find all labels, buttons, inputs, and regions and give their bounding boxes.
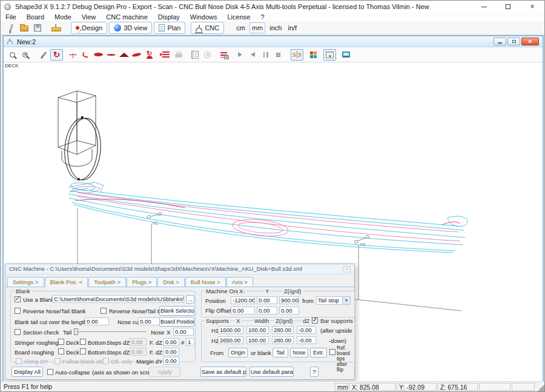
slab-view-button[interactable]: [130, 49, 143, 61]
fullscreen-button[interactable]: [340, 49, 352, 61]
play-button[interactable]: [234, 49, 246, 61]
menu-windows[interactable]: Windows: [190, 13, 217, 21]
tail-button[interactable]: Tail: [272, 348, 288, 357]
doc-close-button[interactable]: ×: [521, 38, 539, 45]
ref-board-checkbox[interactable]: [329, 349, 335, 355]
bar-supports-checkbox[interactable]: [312, 317, 318, 324]
pause-button[interactable]: [259, 49, 272, 61]
margin-dy-field[interactable]: 0.00: [164, 357, 179, 365]
nose-button[interactable]: Nose: [290, 348, 308, 357]
menu-cnc-machine[interactable]: CNC machine: [106, 13, 147, 21]
browse-blank-button[interactable]: ...: [186, 295, 194, 304]
flip-y-field[interactable]: 0.00: [257, 307, 277, 314]
section-check-checkbox[interactable]: [15, 329, 21, 335]
flip-z-field[interactable]: 0.00: [279, 307, 299, 314]
section-view-button[interactable]: [117, 49, 130, 61]
stylus-button[interactable]: [4, 22, 18, 34]
display-all-button[interactable]: Display All: [12, 367, 43, 377]
apply-button[interactable]: Apply: [149, 367, 180, 377]
stringer-count-field[interactable]: 1: [186, 338, 194, 346]
menu-display[interactable]: Display: [158, 13, 180, 21]
section-x-field[interactable]: 0.00: [173, 328, 194, 336]
tab-blank-pos[interactable]: Blank Pos. <: [45, 277, 88, 287]
from-dropdown[interactable]: Tail stop ▼: [316, 296, 351, 305]
reverse-board-checkbox[interactable]: [101, 308, 107, 314]
position-z-field[interactable]: 900.00: [279, 296, 299, 304]
menu-board[interactable]: Board: [27, 13, 44, 21]
menu-mode[interactable]: Mode: [54, 13, 71, 21]
design-mode-button[interactable]: Design: [71, 22, 107, 34]
dropdown-arrow-icon[interactable]: ▼: [343, 296, 351, 305]
board-bottom-checkbox[interactable]: [80, 348, 86, 354]
menu-help[interactable]: ?: [260, 13, 264, 21]
section-position-slider[interactable]: [74, 328, 147, 335]
open-button[interactable]: [18, 22, 31, 34]
flip-board-button[interactable]: ↻: [143, 49, 156, 61]
color-panels-button[interactable]: [307, 49, 320, 61]
stringer-fdz-field[interactable]: 0.00: [164, 338, 179, 346]
tab-bull-nose[interactable]: Bull Nose >: [185, 277, 226, 287]
pan-button[interactable]: [38, 49, 50, 61]
h1-dz-field[interactable]: -0.00: [297, 326, 316, 334]
menu-file[interactable]: File: [5, 13, 16, 21]
h1-x-field[interactable]: 1600.00: [218, 326, 243, 334]
from-dropdown-value[interactable]: Tail stop: [316, 296, 343, 305]
rotate-3d-button[interactable]: ↻: [50, 49, 63, 61]
stringer-steps-field[interactable]: 0.00: [130, 338, 147, 346]
viewport-canvas[interactable]: DECK: [4, 62, 543, 381]
3d-view-button[interactable]: 3D view: [109, 22, 152, 34]
nose-cut-field[interactable]: 0.00: [138, 317, 162, 325]
blank-path-field[interactable]: C:\Users\thoma\Documents\S3d models\USbl…: [52, 295, 184, 303]
rocker-view-button[interactable]: [79, 49, 92, 61]
resize-grip[interactable]: [537, 384, 544, 391]
scan-export-button[interactable]: [49, 22, 62, 34]
flip-x-field[interactable]: 0.00: [231, 307, 255, 314]
menu-view[interactable]: View: [82, 13, 96, 21]
tab-disk[interactable]: Disk >: [157, 277, 185, 287]
cutlist-button[interactable]: [217, 49, 230, 61]
blank-selector-button[interactable]: Blank Selector: [159, 306, 194, 316]
preview-button[interactable]: [323, 49, 336, 61]
close-button[interactable]: ×: [520, 1, 544, 13]
h2-z-field[interactable]: 280.00: [272, 336, 294, 344]
dialog-titlebar[interactable]: CNC Machine - C:\Users\thoma\Documents\S…: [5, 264, 354, 274]
board-position-button[interactable]: Board Position: [159, 317, 194, 327]
unit-inch[interactable]: inch: [268, 23, 283, 33]
zoom-window-button[interactable]: [19, 49, 31, 61]
dialog-close-button[interactable]: x: [343, 266, 351, 273]
h1-width-field[interactable]: 100.00: [246, 326, 269, 334]
use-a-blank-checkbox[interactable]: [15, 296, 21, 302]
h2-x-field[interactable]: 2650.00: [218, 336, 243, 344]
board-fdz-field[interactable]: 0.00: [164, 348, 179, 356]
position-x-field[interactable]: -1200.00: [231, 296, 255, 304]
menu-license[interactable]: License: [227, 13, 250, 21]
save-button[interactable]: [31, 22, 44, 34]
board-deck-checkbox[interactable]: [58, 348, 64, 354]
origin-button[interactable]: Origin: [228, 348, 248, 357]
h2-dz-field[interactable]: -0.00: [297, 336, 316, 344]
spec-sheet-button[interactable]: [188, 49, 201, 61]
scale-vertical-button[interactable]: ↕: [67, 49, 79, 61]
step-back-button[interactable]: [246, 49, 259, 61]
h1-z-field[interactable]: 280.00: [272, 326, 294, 334]
h2-width-field[interactable]: 100.00: [246, 336, 269, 344]
document-titlebar[interactable]: New:2 ×: [4, 36, 543, 47]
cnc-button[interactable]: CNC: [191, 22, 224, 34]
stop-button[interactable]: [272, 49, 285, 61]
minimize-button[interactable]: [472, 1, 496, 13]
tab-axis[interactable]: Axis >: [226, 277, 253, 287]
dialog-help-button[interactable]: ?: [310, 367, 319, 377]
layers-button[interactable]: [159, 49, 172, 61]
tab-plugs[interactable]: Plugs >: [127, 277, 157, 287]
maximize-button[interactable]: [496, 1, 520, 13]
guidelines-button[interactable]: SS: [291, 49, 303, 61]
outline-view-button[interactable]: [92, 49, 105, 61]
tab-toolpath[interactable]: Toolpath >: [88, 277, 126, 287]
doc-minimize-button[interactable]: [494, 38, 506, 45]
profile-view-button[interactable]: [105, 49, 117, 61]
unit-mm[interactable]: mm: [249, 22, 265, 33]
zoom-in-button[interactable]: [6, 49, 19, 61]
doc-restore-button[interactable]: [507, 38, 520, 45]
use-default-button[interactable]: Use default param.: [249, 367, 294, 377]
board-steps-field[interactable]: 0.00: [130, 348, 147, 356]
